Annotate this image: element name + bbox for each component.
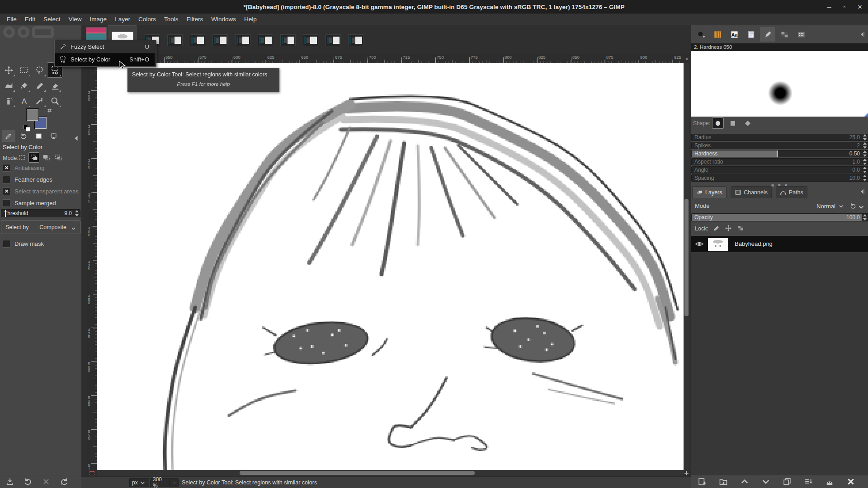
layer-visibility-eye-icon[interactable] (695, 239, 704, 249)
zoom-dropdown-button[interactable] (170, 478, 179, 487)
tool-paintbrush[interactable] (32, 78, 47, 93)
image-tab-screenshot[interactable] (326, 34, 341, 46)
checkbox[interactable] (3, 199, 10, 207)
vertical-scrollbar[interactable] (684, 63, 689, 470)
new-group-button[interactable] (719, 477, 728, 486)
dock-tab-device-status[interactable] (47, 130, 60, 142)
restore-button[interactable] (24, 477, 33, 486)
menu-file[interactable]: File (3, 14, 21, 24)
new-layer-button[interactable] (698, 477, 707, 486)
dock-tab-patterns[interactable] (710, 27, 725, 42)
mode-intersect-button[interactable] (53, 152, 64, 163)
shape-diamond-button[interactable] (742, 117, 754, 129)
layer-mode-switch-button[interactable] (849, 201, 868, 211)
image-tab-screenshot[interactable] (280, 34, 296, 46)
panel-menu-icon[interactable] (859, 31, 866, 38)
image-canvas[interactable] (97, 63, 684, 470)
tool-zoom[interactable] (47, 93, 62, 108)
tool-free-select[interactable] (32, 62, 47, 78)
delete-button[interactable] (42, 477, 51, 486)
tool-color-picker[interactable] (32, 93, 47, 108)
dock-tab-gradients[interactable] (777, 27, 792, 42)
unit-dropdown[interactable]: px (129, 478, 149, 487)
tool-transform[interactable] (1, 78, 16, 93)
slider-spinner[interactable] (862, 150, 867, 157)
image-tab-screenshot[interactable] (348, 34, 363, 46)
slider-hardness[interactable]: Hardness0.50 (691, 150, 868, 157)
shape-circle-button[interactable] (712, 117, 724, 129)
slider-spinner[interactable] (862, 134, 867, 141)
select-by-dropdown[interactable]: Select by Composite (1, 221, 80, 234)
slider-spinner[interactable] (862, 167, 867, 173)
image-tab-screenshot[interactable] (167, 34, 183, 46)
slider-spinner[interactable] (862, 175, 867, 181)
image-tab-screenshot[interactable] (235, 34, 250, 46)
vertical-ruler[interactable]: 300325350375400425450475500525550575 (87, 63, 97, 470)
foreground-color-swatch[interactable] (26, 108, 39, 121)
menu-tools[interactable]: Tools (160, 14, 183, 24)
duplicate-button[interactable] (783, 477, 792, 486)
dock-tab-fonts[interactable]: Aa (726, 27, 742, 42)
quick-mask-toggle[interactable] (87, 470, 97, 476)
tab-layers[interactable]: Layers (692, 186, 726, 198)
dock-tab-brushes[interactable] (693, 27, 708, 42)
menu-windows[interactable]: Windows (207, 14, 240, 24)
vertical-scrollbar-thumb[interactable] (684, 199, 689, 316)
image-tab-screenshot[interactable] (258, 34, 273, 46)
merge-button[interactable] (804, 477, 813, 486)
dock-tab-undo-history[interactable] (17, 130, 30, 142)
opacity-spinner[interactable] (862, 214, 867, 221)
menu-help[interactable]: Help (240, 14, 261, 24)
canvas-corner-menu[interactable] (684, 54, 689, 63)
checkbox[interactable]: ✕ (3, 188, 10, 195)
tab-paths[interactable]: Paths (776, 186, 807, 198)
dock-tab-palettes[interactable] (793, 27, 809, 42)
panel-menu-icon[interactable] (859, 188, 866, 195)
checkbox[interactable] (3, 240, 10, 248)
tool-bucket-fill[interactable] (16, 78, 32, 93)
slider-angle[interactable]: Angle0.0 (691, 166, 868, 174)
tool-text[interactable]: A (16, 93, 32, 108)
threshold-spinner[interactable] (74, 210, 79, 216)
tool-eraser[interactable] (47, 78, 62, 93)
menu-image[interactable]: Image (86, 14, 111, 24)
menu-filters[interactable]: Filters (182, 14, 207, 24)
shape-square-button[interactable] (727, 117, 739, 129)
lock-brush-button[interactable] (711, 223, 721, 233)
menu-view[interactable]: View (65, 14, 86, 24)
swap-colors-icon[interactable]: ⇄ (47, 108, 52, 113)
mode-add-button[interactable] (28, 152, 39, 163)
slider-radius[interactable]: Radius25.0 (691, 134, 868, 141)
menu-edit[interactable]: Edit (21, 14, 39, 24)
slider-spinner[interactable] (862, 142, 867, 149)
image-tab-screenshot[interactable] (190, 34, 205, 46)
mode-replace-button[interactable] (16, 152, 27, 163)
dock-tab-image-thumbnail[interactable] (32, 130, 45, 142)
lower-button[interactable] (761, 477, 770, 486)
tab-channels[interactable]: Channels (731, 186, 772, 198)
tool-move[interactable] (1, 62, 16, 78)
reset-button[interactable] (60, 477, 69, 486)
tool-airbrush[interactable] (1, 93, 16, 108)
image-tab-screenshot[interactable] (212, 34, 228, 46)
delete-layer-button[interactable] (846, 477, 855, 486)
dock-tab-tool-options[interactable] (2, 130, 15, 142)
close-button[interactable]: ✕ (856, 4, 863, 10)
lock-alpha-button[interactable] (736, 223, 745, 233)
menu-select[interactable]: Select (39, 14, 65, 24)
zoom-value-box[interactable]: 300 % (150, 478, 170, 487)
raise-button[interactable] (740, 477, 749, 486)
lock-move-button[interactable] (723, 223, 733, 233)
menu-layer[interactable]: Layer (111, 14, 134, 24)
slider-spikes[interactable]: Spikes2 (691, 142, 868, 149)
checkbox[interactable]: ✕ (3, 164, 10, 172)
anchor-button[interactable] (825, 477, 834, 486)
layer-row[interactable]: Babyhead.png (691, 236, 868, 252)
menu-item-fuzzy-select[interactable]: Fuzzy SelectU (55, 41, 155, 53)
checkbox[interactable] (3, 176, 10, 183)
slider-aspect-ratio[interactable]: Aspect ratio1.0 (691, 158, 868, 165)
horizontal-scrollbar[interactable] (97, 470, 684, 476)
slider-spinner[interactable] (862, 159, 867, 165)
tool-rectangle-select[interactable] (16, 62, 32, 78)
panel-menu-icon[interactable] (72, 135, 80, 142)
